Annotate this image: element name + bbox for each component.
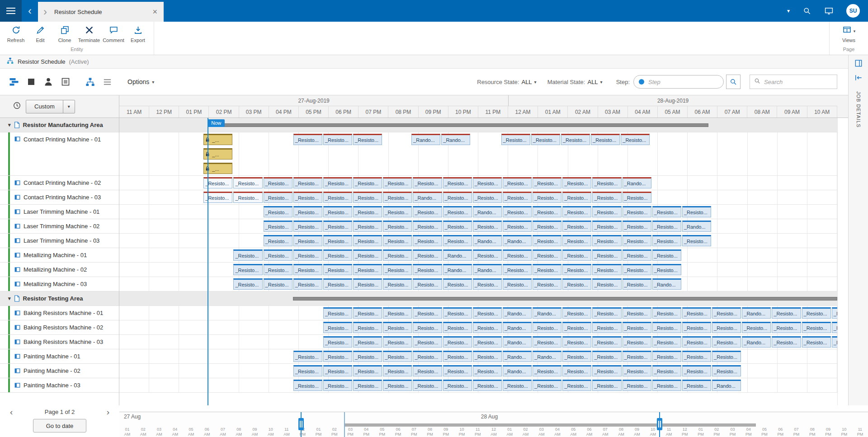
gantt-bar[interactable]: _Resisto... — [682, 206, 711, 217]
gantt-bar[interactable]: _Resisto... — [413, 365, 442, 376]
gantt-bar[interactable]: _Resisto... — [473, 192, 502, 203]
gantt-bar[interactable]: _Resisto... — [264, 264, 292, 275]
gantt-bar[interactable]: _Resisto... — [383, 264, 412, 275]
gantt-bar[interactable]: _Resisto... — [443, 365, 472, 376]
gantt-bar[interactable]: _Resisto... — [682, 365, 711, 376]
tree-resource-row[interactable]: Contact Printing Machine - 01 — [0, 132, 119, 176]
gantt-bar[interactable]: _Resisto... — [323, 192, 352, 203]
gantt-bar[interactable]: _Resisto... — [592, 249, 621, 261]
gantt-bar[interactable]: _Resisto... — [623, 322, 651, 333]
gantt-bar[interactable]: _Resisto... — [293, 264, 322, 275]
gantt-bar[interactable]: _Resisto... — [503, 177, 532, 188]
tree-resource-row[interactable]: Contact Printing Machine - 02 — [0, 176, 119, 190]
gantt-bar[interactable]: _Resisto... — [623, 249, 651, 261]
gantt-bar[interactable]: _Resisto... — [533, 192, 561, 203]
gantt-bar[interactable]: _Resisto... — [802, 336, 831, 348]
gantt-bar[interactable]: _Resisto... — [233, 278, 262, 290]
gantt-bar[interactable]: _Resisto... — [592, 336, 621, 348]
gantt-bar[interactable]: _Resisto... — [562, 192, 591, 203]
gantt-bar[interactable]: _Resisto... — [443, 235, 472, 246]
gantt-bar[interactable]: _Resisto... — [443, 221, 472, 232]
gantt-bar[interactable]: _Resisto... — [264, 177, 292, 188]
gantt-bar[interactable]: _Resisto... — [413, 322, 442, 333]
gantt-bar[interactable]: _Resisto... — [323, 278, 352, 290]
timescale-dropdown[interactable]: Custom ▾ — [26, 100, 75, 113]
gantt-bar[interactable]: _Resisto... — [562, 177, 591, 188]
gantt-bar[interactable]: _Resisto... — [353, 365, 382, 376]
monitor-icon[interactable] — [824, 6, 834, 16]
gantt-bar[interactable]: _Resisto... — [503, 249, 532, 261]
gantt-bar[interactable]: _Rando... — [503, 235, 532, 246]
gantt-bar[interactable]: _Resisto... — [413, 221, 442, 232]
gantt-bar[interactable]: _Resisto... — [293, 192, 322, 203]
gantt-view-icon[interactable] — [8, 76, 20, 88]
collapse-chevron-icon[interactable]: ▾ — [8, 122, 11, 128]
gantt-bar[interactable]: _Resisto... — [413, 235, 442, 246]
gantt-bar[interactable]: _Resisto... — [443, 177, 472, 188]
overview-left-handle[interactable] — [298, 418, 304, 430]
gantt-bar[interactable]: _Resisto... — [531, 134, 560, 145]
gantt-bar[interactable]: _Resisto... — [652, 336, 681, 348]
gantt-bar[interactable]: _Resisto... — [413, 264, 442, 275]
gantt-bar[interactable]: _Resisto... — [323, 264, 352, 275]
gantt-bar[interactable]: _Resisto... — [443, 351, 472, 362]
tree-resource-row[interactable]: Baking Resistors Machine - 01 — [0, 306, 119, 320]
gantt-bar[interactable]: _Resisto... — [264, 278, 292, 290]
gantt-bar[interactable]: _Resisto... — [533, 235, 561, 246]
ribbon-button-clone[interactable]: Clone — [52, 25, 77, 43]
gantt-bar[interactable]: _Resisto... — [592, 177, 621, 188]
gantt-bar[interactable]: _Resisto... — [652, 264, 681, 275]
gantt-bar[interactable]: _Resisto... — [293, 134, 322, 145]
tree-resource-row[interactable]: Painting Machine - 02 — [0, 364, 119, 378]
gantt-bar[interactable]: _Resisto... — [592, 221, 621, 232]
tree-group-row[interactable]: ▾Resistor Testing Area — [0, 291, 119, 306]
tab-close-icon[interactable]: × — [151, 7, 158, 17]
gantt-bar[interactable]: _Resisto... — [652, 235, 681, 246]
gantt-bar[interactable]: _Resisto... — [533, 264, 561, 275]
ribbon-button-export[interactable]: Export — [126, 25, 150, 43]
gantt-bar[interactable]: _Resisto... — [293, 380, 322, 391]
tree-view-icon[interactable] — [84, 76, 96, 88]
gantt-bar[interactable]: _Resisto... — [712, 322, 741, 333]
gantt-bar[interactable]: _Resisto... — [293, 365, 322, 376]
gantt-bar[interactable]: _Resisto... — [264, 235, 292, 246]
forward-icon[interactable]: › — [43, 6, 47, 17]
gantt-bar[interactable]: _Resisto... — [652, 221, 681, 232]
collapse-chevron-icon[interactable]: ▾ — [8, 296, 11, 301]
gantt-bar[interactable]: _Resisto... — [682, 235, 711, 246]
gantt-bar[interactable]: _Resisto... — [592, 365, 621, 376]
step-search-button[interactable] — [726, 75, 741, 89]
gantt-bar[interactable]: _Rando... — [533, 307, 561, 319]
gantt-bar[interactable]: _Resisto... — [623, 380, 651, 391]
gantt-bar[interactable]: _Resisto... — [802, 322, 831, 333]
gantt-bar[interactable]: _Resisto... — [562, 249, 591, 261]
gantt-bar[interactable]: _Resisto... — [323, 336, 352, 348]
gantt-bar[interactable]: _Rando... — [712, 380, 741, 391]
gantt-bar[interactable]: _Rando... — [443, 264, 472, 275]
next-page-icon[interactable]: › — [107, 408, 109, 416]
gantt-bar[interactable]: _Resisto... — [592, 380, 621, 391]
gantt-bar[interactable]: _Resisto... — [712, 351, 741, 362]
gantt-bar[interactable]: _Resisto... — [533, 278, 561, 290]
gantt-bar[interactable]: _Rando... — [503, 336, 532, 348]
gantt-bar[interactable]: _Resisto... — [323, 351, 352, 362]
gantt-bar[interactable]: _Resisto... — [353, 336, 382, 348]
gantt-bar[interactable]: _Rando... — [742, 336, 771, 348]
gantt-bar[interactable]: _Resisto... — [533, 322, 561, 333]
gantt-bar[interactable]: _Resisto... — [443, 278, 472, 290]
gantt-bar[interactable]: _Resisto... — [383, 221, 412, 232]
gantt-bar[interactable]: _Resisto... — [264, 249, 292, 261]
gantt-bar[interactable]: _Resisto... — [323, 249, 352, 261]
gantt-bar[interactable]: _Resisto... — [413, 336, 442, 348]
gantt-bar[interactable]: _Resisto... — [533, 249, 561, 261]
gantt-bar[interactable]: _Resisto... — [323, 221, 352, 232]
gantt-bar[interactable]: _Resisto... — [623, 221, 651, 232]
tree-resource-row[interactable]: Painting Machine - 01 — [0, 349, 119, 364]
gantt-bar[interactable]: _Resisto... — [652, 307, 681, 319]
tree-resource-row[interactable]: Laser Trimming Machine - 02 — [0, 219, 119, 234]
gantt-bar[interactable]: _Resisto... — [592, 351, 621, 362]
gantt-bar[interactable]: _Resisto... — [682, 351, 711, 362]
gantt-bar[interactable]: _Resisto... — [383, 307, 412, 319]
gantt-bar[interactable]: _Rando... — [503, 322, 532, 333]
block-view-icon[interactable] — [25, 76, 37, 88]
